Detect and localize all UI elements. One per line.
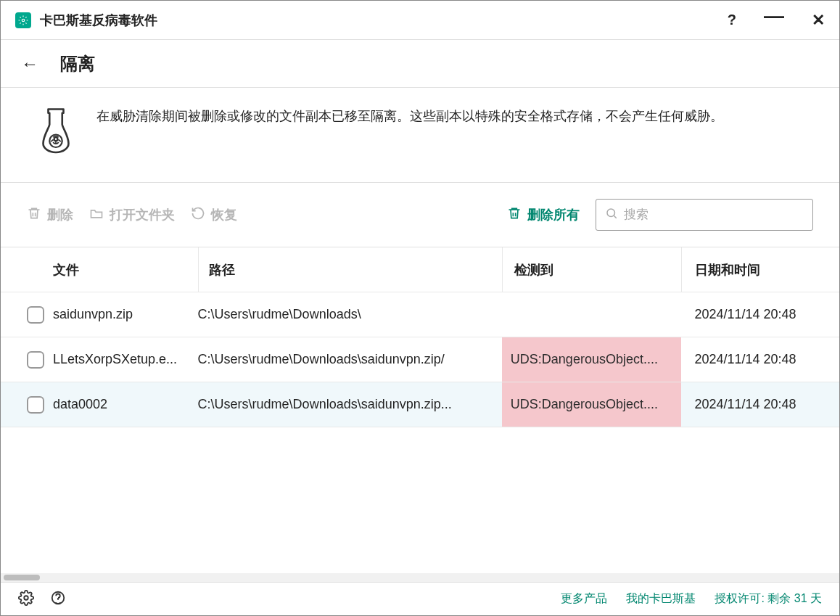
trash-icon [507,206,522,224]
restore-label: 恢复 [211,206,237,223]
cell-detected: UDS:DangerousObject.... [502,382,682,427]
quarantine-table: 文件 路径 检测到 日期和时间 saidunvpn.zipC:\Users\ru… [1,247,839,427]
cell-file: saidunvpn.zip [53,307,198,322]
table-header: 文件 路径 检测到 日期和时间 [1,247,839,292]
footer-links: 更多产品 我的卡巴斯基 授权许可: 剩余 31 天 [561,591,822,607]
row-checkbox[interactable] [27,351,44,369]
table-row[interactable]: LLetsXorpSXetup.e...C:\Users\rudme\Downl… [1,337,839,382]
svg-point-0 [22,19,25,22]
support-icon[interactable] [50,590,66,609]
open-folder-button[interactable]: 打开文件夹 [89,206,175,224]
cell-detected: UDS:DangerousObject.... [502,337,682,382]
cell-datetime: 2024/11/14 20:48 [681,397,839,412]
cell-file: LLetsXorpSXetup.e... [53,352,198,367]
horizontal-scrollbar[interactable] [1,573,839,582]
header-file[interactable]: 文件 [53,261,198,279]
row-checkbox[interactable] [27,396,44,414]
table-row[interactable]: saidunvpn.zipC:\Users\rudme\Downloads\20… [1,292,839,337]
cell-detected [502,292,682,337]
info-banner: 在威胁清除期间被删除或修改的文件副本已移至隔离。这些副本以特殊的安全格式存储，不… [1,88,839,183]
cell-file: data0002 [53,397,198,412]
threat-tag: UDS:DangerousObject.... [502,337,682,382]
table-row[interactable]: data0002C:\Users\rudme\Downloads\saidunv… [1,382,839,427]
cell-datetime: 2024/11/14 20:48 [681,307,839,322]
my-kaspersky-link[interactable]: 我的卡巴斯基 [626,591,696,607]
quarantine-flask-icon [36,107,76,160]
search-input[interactable] [624,208,804,222]
folder-icon [89,206,104,224]
cell-path: C:\Users\rudme\Downloads\saidunvpn.zip..… [198,397,502,412]
info-text: 在威胁清除期间被删除或修改的文件副本已移至隔离。这些副本以特殊的安全格式存储，不… [96,105,723,160]
app-icon [15,12,31,28]
svg-point-2 [54,137,57,140]
open-folder-label: 打开文件夹 [110,206,175,223]
close-icon[interactable]: ✕ [812,11,825,30]
toolbar: 删除 打开文件夹 恢复 删除所有 [1,183,839,247]
app-title: 卡巴斯基反病毒软件 [40,12,157,29]
delete-button[interactable]: 删除 [27,206,73,224]
window-controls: ? — ✕ [728,9,825,32]
footer: 更多产品 我的卡巴斯基 授权许可: 剩余 31 天 [1,582,839,615]
svg-point-4 [24,596,28,600]
cell-path: C:\Users\rudme\Downloads\ [198,307,502,322]
restore-icon [191,206,205,224]
delete-label: 删除 [47,206,73,223]
header-datetime[interactable]: 日期和时间 [681,247,839,292]
delete-all-label: 删除所有 [527,206,580,223]
trash-icon [27,206,41,224]
cell-path: C:\Users\rudme\Downloads\saidunvpn.zip/ [198,352,502,367]
license-link[interactable]: 授权许可: 剩余 31 天 [715,591,822,607]
delete-all-button[interactable]: 删除所有 [507,206,580,224]
minimize-icon[interactable]: — [764,4,784,28]
row-checkbox[interactable] [27,306,44,324]
header-detected[interactable]: 检测到 [502,247,682,292]
cell-datetime: 2024/11/14 20:48 [681,352,839,367]
help-icon[interactable]: ? [728,12,736,28]
svg-point-3 [607,209,615,217]
page-header: ← 隔离 [1,40,839,88]
more-products-link[interactable]: 更多产品 [561,591,607,607]
search-box[interactable] [596,199,813,231]
page-title: 隔离 [60,52,95,75]
scrollbar-thumb[interactable] [4,575,40,580]
header-path[interactable]: 路径 [198,247,502,292]
search-icon [605,207,618,223]
titlebar: 卡巴斯基反病毒软件 ? — ✕ [1,1,839,40]
back-arrow-icon[interactable]: ← [21,54,38,74]
threat-tag: UDS:DangerousObject.... [502,382,682,427]
restore-button[interactable]: 恢复 [191,206,237,224]
settings-gear-icon[interactable] [18,590,34,609]
